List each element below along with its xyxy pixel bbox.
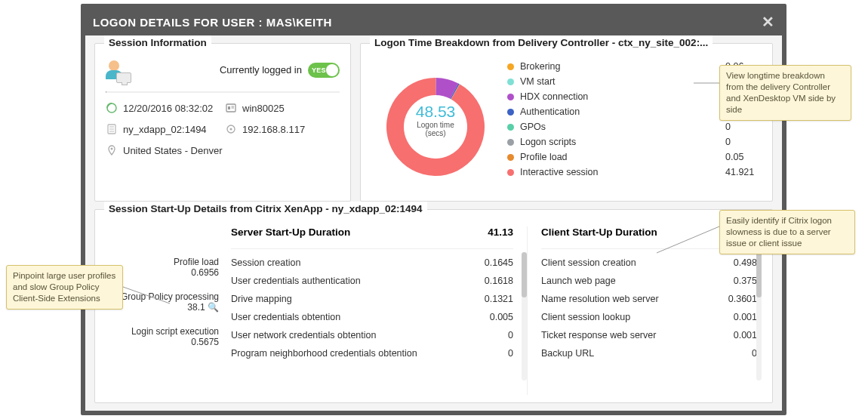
legend-swatch [507, 154, 514, 161]
id-card-icon [225, 102, 237, 114]
svg-point-10 [230, 128, 232, 131]
startup-title: Session Start-Up Details from Citrix Xen… [109, 203, 423, 214]
legend-swatch [507, 94, 514, 100]
client-data-row: Ticket response web server0.001 [541, 326, 757, 344]
server-heading: Server Start-Up Duration [231, 226, 350, 238]
client-rows: Client session creation0.498Launch web p… [541, 254, 757, 362]
client-heading: Client Start-Up Duration [541, 226, 657, 238]
legend-swatch [507, 109, 514, 116]
legend-row: Interactive session41.921 [507, 165, 762, 180]
startup-left-minis: Profile load0.6956Group Policy processin… [106, 226, 226, 395]
logged-in-status: Currently logged in YES [220, 63, 340, 78]
donut-total-value: 48.53 [416, 103, 456, 121]
callout-citrix-slowness: Easily identify if Citrix logon slowness… [719, 210, 855, 254]
client-data-row: Name resolution web server0.3601 [541, 290, 757, 308]
legend-label: Brokering [520, 61, 719, 72]
user-avatar-icon [106, 60, 122, 79]
status-label: Currently logged in [220, 64, 302, 75]
magnifier-icon[interactable]: 🔍 [208, 302, 219, 313]
client-data-row: Backup URL0 [541, 344, 757, 362]
donut-total-unit: (secs) [416, 129, 456, 137]
legend-row: Logon scripts0 [507, 134, 762, 149]
document-icon [106, 123, 118, 135]
clock-history-icon [106, 102, 118, 114]
callout-profiles: Pinpoint large user profiles and slow Gr… [6, 265, 123, 310]
legend-value: 41.921 [725, 167, 762, 177]
server-scrollbar[interactable] [522, 252, 527, 380]
session-info-title: Session Information [109, 37, 207, 48]
legend-swatch [507, 124, 514, 131]
server-startup-column: Server Start-Up Duration 41.13 Session c… [226, 226, 528, 395]
breakdown-title: Logon Time Breakdown from Delivery Contr… [374, 37, 708, 48]
legend-swatch [507, 169, 514, 176]
location-pin-icon [106, 144, 118, 156]
svg-rect-1 [226, 104, 235, 112]
legend-label: Authentication [520, 106, 719, 117]
callout-breakdown: View longtime breakdown from the deliver… [719, 65, 851, 121]
svg-point-11 [111, 148, 113, 150]
legend-swatch [507, 139, 514, 146]
legend-value: 0 [725, 137, 762, 147]
legend-label: Profile load [520, 152, 719, 162]
legend-value: 0 [725, 122, 762, 132]
session-ip: 192.168.8.117 [225, 123, 340, 135]
logon-details-modal: LOGON DETAILS FOR USER : MAS\KEITH ✕ Ses… [81, 4, 786, 415]
modal-body: Session Information Currently logged in … [85, 35, 782, 411]
modal-title: LOGON DETAILS FOR USER : MAS\KEITH [93, 16, 332, 29]
modal-header: LOGON DETAILS FOR USER : MAS\KEITH ✕ [85, 8, 782, 35]
server-total: 41.13 [488, 226, 513, 238]
target-icon [225, 123, 237, 135]
startup-panel: Session Start-Up Details from Citrix Xen… [94, 209, 773, 403]
legend-label: Logon scripts [520, 137, 719, 147]
legend-value: 0.05 [725, 152, 762, 162]
session-hostname: win80025 [225, 102, 340, 114]
session-id: ny_xdapp_02:1494 [106, 123, 220, 135]
svg-rect-2 [228, 106, 230, 109]
status-badge: YES [312, 66, 326, 74]
client-data-row: Client session lookup0.001 [541, 308, 757, 326]
legend-swatch [507, 79, 514, 85]
server-data-row: User credentials obtention0.005 [231, 308, 513, 326]
mini-metric: Login script execution0.5675 [106, 326, 219, 347]
session-info-panel: Session Information Currently logged in … [94, 43, 351, 202]
legend-label: Interactive session [520, 167, 719, 177]
server-data-row: User network credentials obtention0 [231, 326, 513, 344]
server-rows: Session creation0.1645User credentials a… [231, 254, 513, 362]
legend-label: VM start [520, 76, 719, 87]
donut-total-label: Logon time [416, 121, 456, 129]
legend-label: HDX connection [520, 91, 719, 102]
server-data-row: Program neighborhood credentials obtenti… [231, 344, 513, 362]
breakdown-panel: Logon Time Breakdown from Delivery Contr… [360, 43, 773, 202]
close-icon[interactable]: ✕ [762, 13, 775, 31]
legend-label: GPOs [520, 122, 719, 132]
donut-chart: 48.53 Logon time (secs) [371, 59, 500, 195]
legend-row: GPOs0 [507, 119, 762, 134]
session-datetime: 12/20/2016 08:32:02 [106, 102, 220, 114]
client-scrollbar[interactable] [756, 252, 762, 380]
top-row: Session Information Currently logged in … [94, 43, 773, 202]
client-data-row: Client session creation0.498 [541, 254, 757, 272]
legend-swatch [507, 63, 514, 70]
server-data-row: Session creation0.1645 [231, 254, 513, 272]
status-toggle[interactable]: YES [308, 63, 340, 78]
client-data-row: Launch web page0.375 [541, 272, 757, 290]
server-data-row: User credentials authentication0.1618 [231, 272, 513, 290]
session-location: United States - Denver [106, 144, 340, 156]
server-data-row: Drive mapping0.1321 [231, 290, 513, 308]
legend-row: Profile load0.05 [507, 149, 762, 165]
